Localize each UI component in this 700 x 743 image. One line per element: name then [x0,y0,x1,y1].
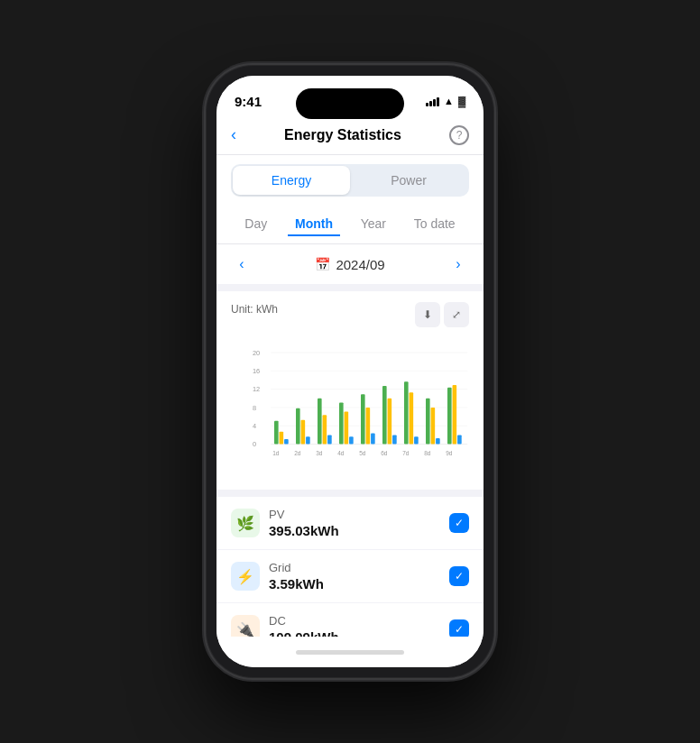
svg-rect-33 [426,399,430,445]
segment-container: Energy Power [216,155,484,206]
stat-info-pv: PV 395.03kWh [269,508,449,538]
stat-row-pv[interactable]: 🌿 PV 395.03kWh ✓ [216,497,484,550]
page-title: Energy Statistics [284,127,401,143]
stat-label-dc: DC [269,614,449,628]
svg-text:2d: 2d [294,450,301,456]
stat-info-dc: DC 109.09kWh [269,614,449,637]
dynamic-island [296,88,404,119]
stat-check-grid[interactable]: ✓ [449,566,469,586]
svg-text:0: 0 [253,440,256,448]
tab-year[interactable]: Year [354,213,393,236]
svg-text:8d: 8d [424,450,431,456]
stats-container: 🌿 PV 395.03kWh ✓ ⚡ Grid 3.59kWh ✓ [216,497,484,637]
svg-text:5d: 5d [359,450,366,456]
stat-label-grid: Grid [269,561,449,574]
chart-container: Unit: kWh ⬇ ⤢ 20 16 12 8 4 0 [216,291,484,490]
chart-area: 20 16 12 8 4 0 [231,335,469,479]
phone-screen: 9:41 ▲ ▓ ‹ Energy Statistics ? [216,76,484,667]
svg-text:20: 20 [253,349,260,357]
svg-rect-35 [436,438,440,444]
svg-rect-32 [414,436,419,444]
date-navigator: ‹ 📅 2024/09 › [216,244,484,284]
svg-rect-16 [301,420,306,445]
stat-info-grid: Grid 3.59kWh [269,561,449,592]
svg-text:12: 12 [253,385,260,393]
segment-power[interactable]: Power [350,166,467,195]
svg-text:7d: 7d [402,450,410,456]
svg-rect-24 [361,394,365,444]
nav-header: ‹ Energy Statistics ? [216,115,484,155]
signal-icon [426,96,439,106]
download-button[interactable]: ⬇ [415,302,440,327]
wifi-icon: ▲ [444,96,454,106]
svg-rect-31 [410,392,414,444]
expand-button[interactable]: ⤢ [444,302,469,327]
svg-text:4d: 4d [337,450,345,456]
svg-rect-29 [392,435,397,444]
tab-month[interactable]: Month [288,213,340,236]
date-display: 📅 2024/09 [315,257,384,272]
svg-text:3d: 3d [316,450,323,456]
stat-row-grid[interactable]: ⚡ Grid 3.59kWh ✓ [216,550,484,603]
svg-text:1d: 1d [272,450,280,456]
date-label: 2024/09 [336,257,384,272]
help-button[interactable]: ? [449,125,469,145]
stat-value-grid: 3.59kWh [269,576,449,592]
stat-value-pv: 395.03kWh [269,523,449,538]
svg-rect-26 [371,434,375,445]
bar-chart: 20 16 12 8 4 0 [253,335,469,479]
prev-date-button[interactable]: ‹ [231,253,253,275]
chart-unit-label: Unit: kWh [231,303,278,316]
svg-text:16: 16 [253,367,260,375]
svg-rect-36 [447,388,452,445]
svg-rect-34 [431,408,436,445]
calendar-icon: 📅 [315,257,330,271]
svg-rect-27 [382,386,387,445]
svg-rect-37 [453,385,457,445]
stat-icon-grid: ⚡ [231,562,260,591]
home-indicator [216,637,484,667]
svg-rect-23 [349,436,354,444]
svg-rect-21 [339,402,344,444]
stat-value-dc: 109.09kWh [269,629,449,637]
svg-rect-19 [323,415,327,444]
stat-check-dc[interactable]: ✓ [449,619,469,637]
segment-control: Energy Power [231,164,469,197]
battery-icon: ▓ [458,96,465,106]
back-button[interactable]: ‹ [231,125,236,144]
svg-rect-25 [366,408,371,445]
svg-text:6d: 6d [381,450,388,456]
svg-rect-12 [274,421,279,445]
stat-row-dc[interactable]: 🔌 DC 109.09kWh ✓ [216,603,484,637]
status-icons: ▲ ▓ [426,96,465,106]
svg-rect-22 [345,412,349,445]
svg-rect-17 [306,436,310,444]
status-time: 9:41 [235,94,262,109]
svg-rect-18 [318,399,322,445]
content-area: Energy Power Day Month Year To date ‹ 📅 [216,155,484,637]
svg-rect-30 [404,381,409,444]
stat-label-pv: PV [269,508,449,521]
tab-day[interactable]: Day [237,213,274,236]
svg-rect-15 [296,408,300,445]
chart-actions: ⬇ ⤢ [415,302,469,327]
svg-rect-13 [280,432,284,445]
segment-energy[interactable]: Energy [233,166,350,195]
phone-container: 9:41 ▲ ▓ ‹ Energy Statistics ? [206,65,494,678]
svg-rect-38 [457,435,462,444]
svg-rect-20 [327,435,332,444]
stat-icon-pv: 🌿 [231,509,260,537]
svg-text:8: 8 [253,404,256,412]
tab-todate[interactable]: To date [407,213,463,236]
next-date-button[interactable]: › [447,253,469,275]
home-bar [296,650,404,655]
svg-text:4: 4 [253,422,256,430]
stat-check-pv[interactable]: ✓ [449,513,469,533]
svg-rect-14 [284,439,289,445]
time-tabs: Day Month Year To date [216,206,484,244]
svg-text:9d: 9d [446,450,453,456]
svg-rect-28 [388,399,392,445]
stat-icon-dc: 🔌 [231,615,260,637]
